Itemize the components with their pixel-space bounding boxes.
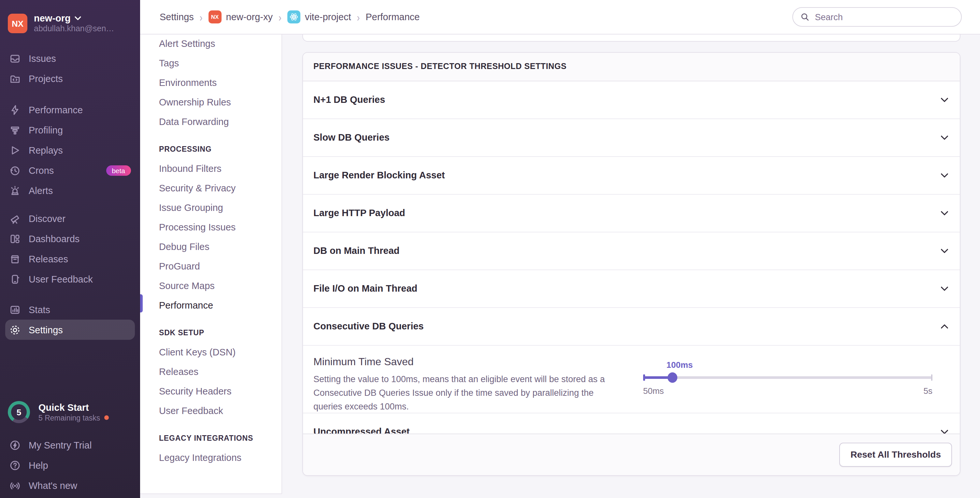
settings-nav-tags[interactable]: Tags [159,53,282,73]
breadcrumb-settings[interactable]: Settings [160,12,194,22]
settings-nav-alert-settings[interactable]: Alert Settings [159,34,282,53]
sidebar-item-label: Projects [29,73,63,84]
settings-nav-performance[interactable]: Performance [159,295,282,315]
sidebar-item-help[interactable]: Help [5,455,135,475]
sidebar-item-my-sentry-trial[interactable]: My Sentry Trial [5,435,135,455]
settings-nav-releases[interactable]: Releases [159,362,282,381]
settings-nav-client-keys[interactable]: Client Keys (DSN) [159,343,282,362]
breadcrumb-separator-icon: › [278,11,282,24]
alerts-icon [9,184,21,196]
detector-row-n-plus-one-db-queries[interactable]: N+1 DB Queries [303,81,960,119]
org-switcher[interactable]: NX new-org abdullah.khan@sen… [0,0,140,39]
settings-nav-environments[interactable]: Environments [159,73,282,92]
sentry-app: NX new-org abdullah.khan@sen… Issues Pro… [0,0,980,498]
sidebar-item-stats[interactable]: Stats [5,300,135,320]
stats-icon [9,304,21,316]
settings-nav-proguard[interactable]: ProGuard [159,257,282,276]
chevron-down-icon [75,16,82,21]
chevron-down-icon[interactable] [940,95,950,105]
sidebar-item-label: Help [29,460,48,470]
sidebar-item-label: Crons [29,165,54,175]
settings-nav-security-privacy[interactable]: Security & Privacy [159,178,282,198]
settings-nav-security-headers[interactable]: Security Headers [159,381,282,401]
search-box[interactable] [792,7,962,27]
panel-footer: Reset All Thresholds [303,433,960,475]
sidebar-item-dashboards[interactable]: Dashboards [5,228,135,249]
slider-right-cap [931,374,932,381]
slider-value-label: 100ms [660,360,699,370]
settings-nav-heading-processing: PROCESSING [159,139,282,159]
crons-icon [9,164,21,176]
sidebar-item-whats-new[interactable]: What's new [5,475,135,495]
sidebar-item-issues[interactable]: Issues [5,48,135,68]
settings-nav-processing-issues[interactable]: Processing Issues [159,217,282,237]
detector-row-consecutive-db-queries[interactable]: Consecutive DB Queries [303,308,960,345]
detector-row-file-io-on-main-thread[interactable]: File I/O on Main Thread [303,270,960,308]
performance-icon [9,104,21,116]
consecutive-db-queries-settings: Minimum Time Saved Setting the value to … [303,345,960,413]
chevron-up-icon[interactable] [940,321,950,331]
settings-nav-legacy-integrations[interactable]: Legacy Integrations [159,448,282,468]
panel-header: PERFORMANCE ISSUES - DETECTOR THRESHOLD … [303,52,960,81]
setting-description: Setting the value to 100ms, means that a… [313,372,618,413]
sidebar-item-user-feedback[interactable]: User Feedback [5,269,135,289]
sidebar-item-label: Performance [29,105,83,115]
settings-nav-ownership-rules[interactable]: Ownership Rules [159,92,282,112]
sidebar-item-label: Replays [29,145,63,155]
active-nav-indicator [140,294,142,312]
detector-row-large-render-blocking-asset[interactable]: Large Render Blocking Asset [303,157,960,194]
sidebar-item-label: Releases [29,254,68,264]
settings-nav-issue-grouping[interactable]: Issue Grouping [159,198,282,217]
sidebar-item-releases[interactable]: Releases [5,249,135,269]
slider-left-cap [643,374,645,381]
profiling-icon [9,124,21,136]
sidebar-item-performance[interactable]: Performance [5,100,135,120]
slider-thumb[interactable] [668,372,677,382]
detector-threshold-panel: PERFORMANCE ISSUES - DETECTOR THRESHOLD … [302,52,961,476]
quick-start-title: Quick Start [38,403,108,414]
sidebar-item-projects[interactable]: Projects [5,68,135,89]
breadcrumb-organization[interactable]: NX new-org-xy [208,10,273,24]
search-input[interactable] [813,11,953,22]
settings-nav-inbound-filters[interactable]: Inbound Filters [159,159,282,178]
chevron-down-icon[interactable] [940,132,950,142]
detector-row-db-on-main-thread[interactable]: DB on Main Thread [303,232,960,270]
trial-icon [9,439,21,451]
primary-sidebar: NX new-org abdullah.khan@sen… Issues Pro… [0,0,140,498]
quick-start-count: 5 [8,401,30,423]
reset-all-thresholds-button[interactable]: Reset All Thresholds [840,442,952,466]
quick-start[interactable]: 5 Quick Start 5 Remaining tasks [8,401,135,423]
settings-nav-heading-legacy-integrations: LEGACY INTEGRATIONS [159,428,282,448]
chevron-down-icon[interactable] [940,208,950,218]
org-email: abdullah.khan@sen… [34,24,114,35]
sidebar-item-crons[interactable]: Crons beta [5,160,135,180]
sidebar-item-discover[interactable]: Discover [5,208,135,228]
chevron-down-icon[interactable] [940,246,950,255]
quick-start-subtitle: 5 Remaining tasks [38,414,100,422]
releases-icon [9,253,21,265]
breadcrumb-project[interactable]: vite-project [287,10,351,24]
slider-track[interactable] [643,376,932,379]
settings-nav-data-forwarding[interactable]: Data Forwarding [159,112,282,132]
sidebar-item-replays[interactable]: Replays [5,140,135,160]
detector-row-large-http-payload[interactable]: Large HTTP Payload [303,194,960,232]
org-name: new-org [34,13,71,24]
settings-nav-user-feedback[interactable]: User Feedback [159,401,282,420]
notification-dot [104,416,108,420]
sidebar-item-profiling[interactable]: Profiling [5,120,135,140]
sidebar-item-settings[interactable]: Settings [5,320,135,340]
chevron-down-icon[interactable] [940,170,950,180]
react-project-icon [287,10,301,24]
search-icon [801,13,809,22]
settings-nav-source-maps[interactable]: Source Maps [159,276,282,295]
sidebar-item-label: Settings [29,325,63,335]
sidebar-item-label: Stats [29,305,50,315]
settings-icon [9,324,21,336]
sidebar-item-alerts[interactable]: Alerts [5,180,135,200]
help-icon [9,459,21,471]
chevron-down-icon[interactable] [940,284,950,293]
top-bar: Settings › NX new-org-xy › vite-project … [140,0,980,35]
detector-row-slow-db-queries[interactable]: Slow DB Queries [303,119,960,157]
settings-nav-debug-files[interactable]: Debug Files [159,237,282,257]
panel-title: PERFORMANCE ISSUES - DETECTOR THRESHOLD … [313,62,566,71]
